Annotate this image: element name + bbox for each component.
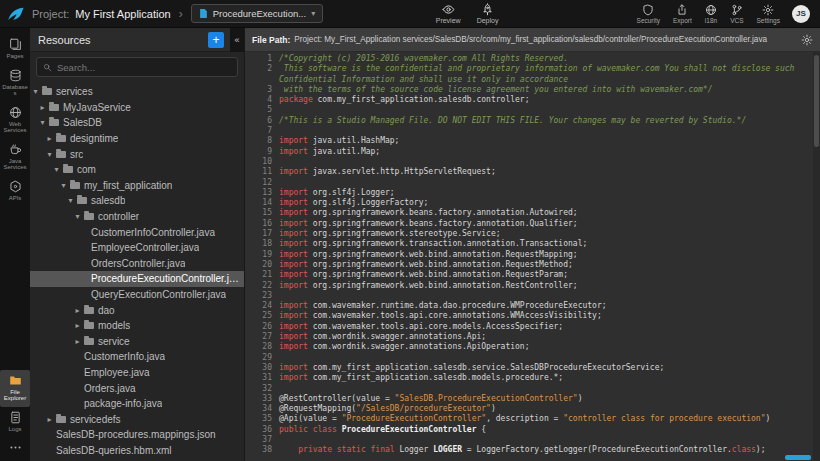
tree-folder-row[interactable]: ▾src xyxy=(30,146,244,162)
tree-file-row[interactable]: Employee.java xyxy=(30,365,244,381)
tree-folder-row[interactable]: ▾controller xyxy=(30,209,244,225)
tree-item-label: my_first_application xyxy=(84,180,172,191)
rail-item-more[interactable] xyxy=(0,437,30,459)
vertical-scrollbar[interactable] xyxy=(813,52,820,461)
topbar-action-export[interactable]: Export xyxy=(673,4,692,24)
tree-folder-row[interactable]: ▸dao xyxy=(30,302,244,318)
line-number: 7 xyxy=(245,126,279,136)
tree-file-row[interactable]: CustomerInfo.java xyxy=(30,349,244,365)
line-number: 11 xyxy=(245,167,279,177)
rail-item-label: Web Services xyxy=(1,121,29,134)
code-line: 4package com.my_first_application.salesd… xyxy=(245,95,820,105)
collapse-panel-button[interactable]: « xyxy=(230,28,244,52)
vertical-scrollbar-thumb[interactable] xyxy=(814,55,819,147)
line-number: 21 xyxy=(245,270,279,280)
chevron-right-icon: ▸ xyxy=(39,103,46,112)
tree-file-row[interactable]: EmployeeController.java xyxy=(30,240,244,256)
tree-folder-row[interactable]: ▾com xyxy=(30,162,244,178)
java-services-icon xyxy=(9,143,22,156)
code-text: import javax.servlet.http.HttpServletReq… xyxy=(279,167,820,177)
search-input[interactable] xyxy=(57,62,231,73)
tree-file-row[interactable]: ProcedureExecutionController.java xyxy=(30,271,244,287)
code-text xyxy=(279,435,820,445)
horizontal-scrollbar[interactable] xyxy=(279,455,813,461)
branch-icon xyxy=(731,4,743,16)
chevron-down-icon: ▾ xyxy=(39,118,46,127)
file-icon xyxy=(199,8,208,19)
horizontal-scrollbar-thumb[interactable] xyxy=(785,455,811,460)
line-number: 31 xyxy=(245,373,279,383)
globe-icon xyxy=(705,4,717,16)
tree-folder-row[interactable]: ▸MyJavaService xyxy=(30,100,244,116)
tree-item-label: SalesDB xyxy=(63,117,102,128)
code-token: @RestController xyxy=(279,394,351,403)
rail-item-logs[interactable]: Logs xyxy=(0,407,30,438)
code-text: with the terms of the source code licens… xyxy=(279,85,820,95)
code-line: 3 with the terms of the source code lice… xyxy=(245,85,820,95)
export-icon xyxy=(676,4,688,16)
code-token: org.springframework.beans.factory.annota… xyxy=(308,219,578,228)
open-file-dropdown[interactable]: ProcedureExecution... ▾ xyxy=(191,4,324,23)
tree-folder-row[interactable]: ▾my_first_application xyxy=(30,178,244,194)
open-file-dropdown-value: ProcedureExecution... xyxy=(213,8,306,19)
rail-item-apis[interactable]: APIs xyxy=(0,176,30,207)
line-number: 25 xyxy=(245,311,279,321)
tree-file-row[interactable]: package-info.java xyxy=(30,396,244,412)
topbar-action-security[interactable]: Security xyxy=(637,4,660,24)
code-editor[interactable]: 1/*Copyright (c) 2015-2016 wavemaker.com… xyxy=(245,52,820,461)
code-token: import xyxy=(279,219,308,228)
tree-file-row[interactable]: Orders.java xyxy=(30,380,244,396)
code-text: import com.wordnik.swagger.annotations.A… xyxy=(279,332,820,342)
wavemaker-logo-icon[interactable] xyxy=(6,4,26,24)
preview-label: Preview xyxy=(436,17,461,24)
user-avatar[interactable]: JS xyxy=(792,5,810,23)
code-line: 11import javax.servlet.http.HttpServletR… xyxy=(245,167,820,177)
tree-folder-row[interactable]: ▸servicedefs xyxy=(30,411,244,427)
tree-folder-row[interactable]: ▸models xyxy=(30,318,244,334)
topbar-action-settings[interactable]: Settings xyxy=(757,4,781,24)
code-token: com.wordnik.swagger.annotations.Api; xyxy=(308,332,486,341)
code-text: import org.springframework.web.bind.anno… xyxy=(279,270,820,280)
code-token: org.springframework.transaction.annotati… xyxy=(308,239,587,248)
code-line: 15import org.springframework.beans.facto… xyxy=(245,208,820,218)
preview-button[interactable]: Preview xyxy=(436,3,461,24)
tree-folder-row[interactable]: ▾SalesDB xyxy=(30,115,244,131)
code-text xyxy=(279,291,820,301)
code-text xyxy=(279,126,820,136)
tree-file-row[interactable]: CustomerInfoController.java xyxy=(30,224,244,240)
code-token: import xyxy=(279,229,308,238)
deploy-button[interactable]: Deploy xyxy=(477,3,499,24)
code-token: import xyxy=(279,363,308,372)
topbar-action-vcs[interactable]: VCS xyxy=(730,4,743,24)
line-number: 28 xyxy=(245,342,279,352)
line-number: 8 xyxy=(245,136,279,146)
code-token: java.util.HashMap; xyxy=(308,136,400,145)
tree-folder-row[interactable]: ▸service xyxy=(30,334,244,350)
topbar-action-i18n[interactable]: i18n xyxy=(705,4,717,24)
add-resource-button[interactable]: + xyxy=(208,32,224,48)
rail-item-databases[interactable]: Databases xyxy=(0,65,30,102)
tree-folder-row[interactable]: ▾services xyxy=(30,84,244,100)
code-token: , description = xyxy=(486,414,563,423)
line-number: 26 xyxy=(245,322,279,332)
line-number: 34 xyxy=(245,404,279,414)
folder-icon xyxy=(56,151,66,158)
code-line: 31import com.my_first_application.salesd… xyxy=(245,373,820,383)
code-token: import xyxy=(279,198,308,207)
rail-item-pages[interactable]: Pages xyxy=(0,34,30,65)
tree-file-row[interactable]: OrdersController.java xyxy=(30,256,244,272)
tree-file-row[interactable]: SalesDB-procedures.mappings.json xyxy=(30,427,244,443)
tree-file-row[interactable]: QueryExecutionController.java xyxy=(30,287,244,303)
code-text xyxy=(279,384,820,394)
rail-item-web-services[interactable]: Web Services xyxy=(0,102,30,139)
editor-settings-gear-icon[interactable] xyxy=(801,34,813,46)
rail-item-java-services[interactable]: Java Services xyxy=(0,139,30,176)
line-number: 6 xyxy=(245,116,279,126)
tree-file-row[interactable]: SalesDB-queries.hbm.xml xyxy=(30,443,244,459)
editor-pane: File Path: Project: My_First_Application… xyxy=(245,28,820,461)
rail-item-file-explorer[interactable]: File Explorer xyxy=(0,370,30,407)
tree-folder-row[interactable]: ▾salesdb xyxy=(30,193,244,209)
code-token: org.springframework.beans.factory.annota… xyxy=(308,208,578,217)
tree-folder-row[interactable]: ▸designtime xyxy=(30,131,244,147)
code-token: javax.servlet.http.HttpServletRequest; xyxy=(308,167,496,176)
